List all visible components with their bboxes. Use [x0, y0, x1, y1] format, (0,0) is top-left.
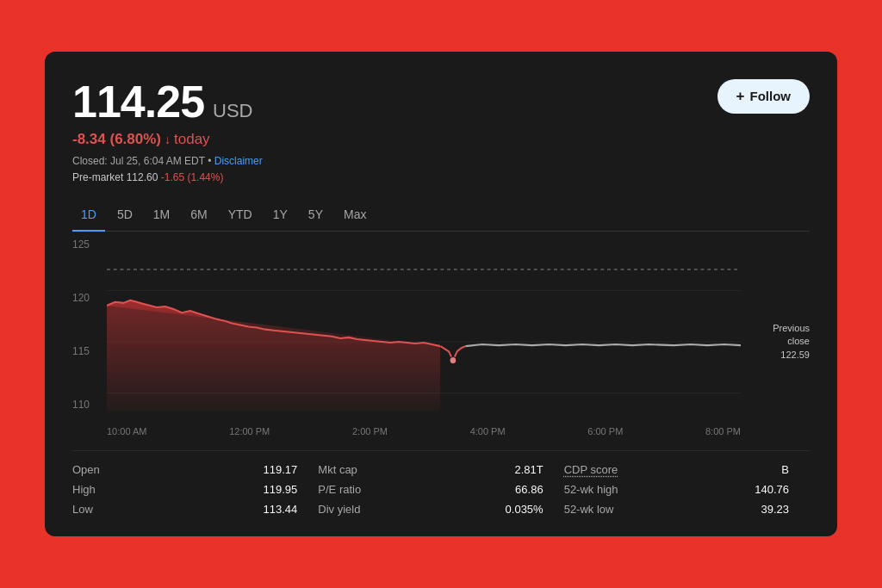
chart-line-gray — [465, 344, 741, 346]
stat-52wk-low-value: 39.23 — [761, 503, 789, 516]
stat-high: High 119.95 — [72, 483, 318, 496]
stats-col-3: CDP score B 52-wk high 140.76 52-wk low … — [564, 463, 810, 516]
premarket-change: -1.65 (1.44%) — [161, 171, 224, 183]
chart-svg — [107, 238, 741, 411]
chart-area-red — [107, 300, 440, 411]
price-block: 114.25 USD -8.34 (6.80%) ↓ today Closed:… — [72, 76, 263, 186]
x-axis-labels: 10:00 AM 12:00 PM 2:00 PM 4:00 PM 6:00 P… — [107, 426, 741, 436]
stats-col-2: Mkt cap 2.81T P/E ratio 66.86 Div yield … — [318, 463, 563, 516]
premarket-value: 112.60 — [127, 171, 158, 183]
y-axis-labels: 125 120 115 110 — [72, 238, 103, 411]
stat-low: Low 113.44 — [72, 503, 318, 516]
price-value: 114.25 — [72, 76, 204, 127]
time-tabs: 1D 5D 1M 6M YTD 1Y 5Y Max — [72, 201, 810, 232]
y-label-110: 110 — [72, 399, 103, 411]
price-change-value: -8.34 (6.80%) — [72, 131, 161, 148]
x-label-6pm: 6:00 PM — [587, 426, 623, 436]
today-label: today — [174, 131, 210, 148]
plus-icon: + — [736, 88, 745, 105]
follow-label: Follow — [750, 89, 792, 103]
y-label-120: 120 — [72, 292, 103, 304]
stat-divyield-value: 0.035% — [506, 503, 543, 516]
tab-max[interactable]: Max — [335, 202, 375, 232]
stat-mktcap-label: Mkt cap — [318, 463, 357, 476]
stat-open: Open 119.17 — [72, 463, 318, 476]
stat-high-label: High — [72, 483, 96, 496]
stats-row: Open 119.17 High 119.95 Low 113.44 Mkt c… — [72, 450, 810, 516]
stat-divyield: Div yield 0.035% — [318, 503, 563, 516]
tab-5d[interactable]: 5D — [109, 202, 141, 232]
premarket-info: Pre-market 112.60 -1.65 (1.44%) — [72, 171, 223, 183]
tab-ytd[interactable]: YTD — [220, 202, 261, 232]
stat-52wk-low-label: 52-wk low — [564, 503, 614, 516]
x-label-10am: 10:00 AM — [107, 426, 146, 436]
chart-dot — [450, 357, 457, 364]
stat-divyield-label: Div yield — [318, 503, 360, 516]
stat-cdp-label: CDP score — [564, 463, 618, 476]
price-change: -8.34 (6.80%) ↓ today — [72, 131, 263, 148]
stat-cdp-value: B — [781, 463, 789, 476]
stat-52wk-high-value: 140.76 — [755, 483, 789, 496]
closed-info: Closed: Jul 25, 6:04 AM EDT • Disclaimer… — [72, 153, 263, 186]
previous-close-label: Previousclose122.59 — [748, 322, 810, 362]
chart-canvas — [107, 238, 741, 411]
disclaimer-link[interactable]: Disclaimer — [214, 155, 263, 167]
chart-area: 125 120 115 110 — [72, 238, 810, 436]
closed-line: Closed: Jul 25, 6:04 AM EDT — [72, 155, 205, 167]
tab-6m[interactable]: 6M — [182, 202, 215, 232]
y-label-115: 115 — [72, 345, 103, 357]
stat-pe-label: P/E ratio — [318, 483, 361, 496]
price-main: 114.25 USD — [72, 76, 263, 127]
x-label-8pm: 8:00 PM — [705, 426, 741, 436]
price-currency: USD — [213, 100, 252, 122]
x-label-2pm: 2:00 PM — [352, 426, 388, 436]
tab-1d[interactable]: 1D — [72, 202, 105, 232]
x-label-4pm: 4:00 PM — [470, 426, 506, 436]
stat-mktcap: Mkt cap 2.81T — [318, 463, 563, 476]
down-arrow-icon: ↓ — [165, 133, 171, 146]
tab-5y[interactable]: 5Y — [300, 202, 332, 232]
tab-1m[interactable]: 1M — [145, 202, 178, 232]
stat-open-label: Open — [72, 463, 100, 476]
stat-open-value: 119.17 — [264, 463, 298, 476]
y-label-125: 125 — [72, 238, 103, 251]
stat-52wk-high-label: 52-wk high — [564, 483, 618, 496]
stat-cdp: CDP score B — [564, 463, 810, 476]
stats-col-1: Open 119.17 High 119.95 Low 113.44 — [72, 463, 318, 516]
x-label-12pm: 12:00 PM — [229, 426, 270, 436]
stat-mktcap-value: 2.81T — [514, 463, 543, 476]
follow-button[interactable]: + Follow — [717, 79, 810, 114]
tab-1y[interactable]: 1Y — [264, 202, 296, 232]
stock-card: 114.25 USD -8.34 (6.80%) ↓ today Closed:… — [45, 52, 837, 536]
stat-low-label: Low — [72, 503, 93, 516]
stat-low-value: 113.44 — [264, 503, 298, 516]
stat-pe: P/E ratio 66.86 — [318, 483, 563, 496]
stat-high-value: 119.95 — [264, 483, 298, 496]
stat-pe-value: 66.86 — [515, 483, 543, 496]
premarket-label: Pre-market — [72, 171, 123, 183]
header: 114.25 USD -8.34 (6.80%) ↓ today Closed:… — [72, 76, 810, 186]
svg-rect-1 — [440, 238, 741, 411]
stat-52wk-high: 52-wk high 140.76 — [564, 483, 810, 496]
stat-52wk-low: 52-wk low 39.23 — [564, 503, 810, 516]
